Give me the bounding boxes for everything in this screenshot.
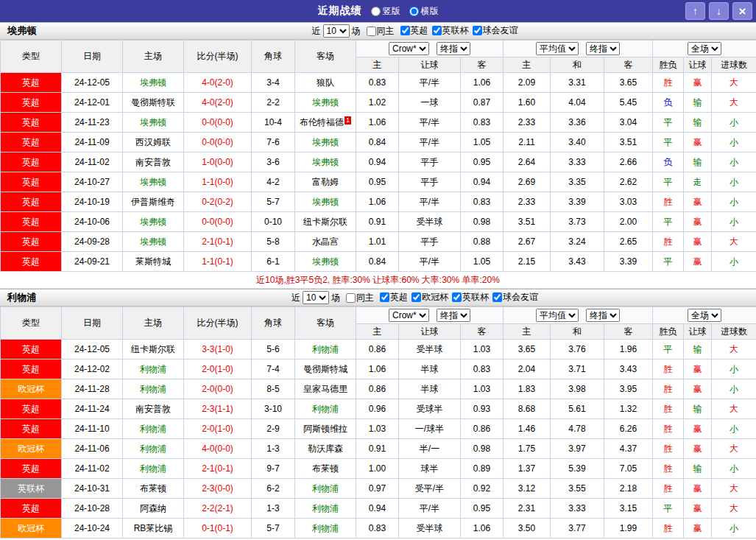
scroll-down-button[interactable]: ↓	[709, 2, 729, 20]
euro-draw-odds-cell: 3.24	[551, 232, 604, 252]
league-filter[interactable]: 欧冠杯	[408, 291, 448, 304]
euro-source-select[interactable]: 平均值	[536, 309, 579, 322]
match-date-cell: 24-11-06	[62, 439, 123, 459]
league-type-cell: 英超	[1, 252, 62, 272]
match-row: 英超24-12-05纽卡斯尔联3-3(1-0)5-6利物浦0.86受半球1.03…	[1, 340, 756, 360]
euro-home-odds-cell: 2.64	[504, 152, 551, 172]
away-team-cell: 富勒姆	[295, 172, 356, 192]
league-checkbox[interactable]	[411, 292, 421, 302]
col-corner: 角球	[252, 41, 295, 73]
scope-select[interactable]: 全场	[688, 309, 721, 322]
league-checkbox[interactable]	[380, 292, 389, 302]
corner-cell: 3-10	[252, 399, 295, 419]
euro-away-odds-cell: 1.99	[604, 519, 653, 539]
col-date: 日期	[62, 307, 123, 340]
handicap-result-cell: 输	[684, 459, 712, 479]
league-filter[interactable]: 球会友谊	[489, 291, 538, 304]
league-checkbox[interactable]	[400, 26, 410, 35]
away-team-cell: 利物浦	[295, 499, 356, 519]
euro-away-odds-cell: 2.18	[604, 479, 653, 499]
league-filter[interactable]: 英超	[397, 24, 428, 37]
league-filter[interactable]: 英联杯	[428, 24, 469, 37]
match-date-cell: 24-12-05	[62, 340, 123, 360]
away-team-name: 狼队	[317, 77, 334, 88]
asia-period-select[interactable]: 终指	[437, 309, 470, 322]
layout-horizontal-radio[interactable]	[409, 7, 419, 16]
euro-source-select[interactable]: 平均值	[536, 42, 579, 55]
match-date-cell: 24-11-10	[62, 419, 123, 439]
scope-select[interactable]: 全场	[688, 42, 721, 55]
asia-period-select[interactable]: 终指	[437, 42, 470, 55]
away-team-cell: 埃弗顿	[295, 93, 356, 113]
same-home-checkbox[interactable]	[367, 27, 376, 36]
league-filter[interactable]: 英联杯	[448, 291, 489, 304]
euro-draw-odds-cell: 3.55	[551, 479, 604, 499]
league-checkbox[interactable]	[452, 292, 462, 302]
league-checkbox[interactable]	[432, 26, 442, 35]
league-filter[interactable]: 英超	[376, 291, 408, 304]
scroll-up-button[interactable]: ↑	[685, 2, 705, 20]
league-type-cell: 英超	[1, 232, 62, 252]
match-row: 英超24-10-28阿森纳2-2(2-1)1-3利物浦0.94平/半0.952.…	[1, 499, 756, 519]
same-home-filter[interactable]: 同主	[363, 25, 395, 38]
goals-result-cell: 大	[712, 73, 756, 93]
league-checkbox[interactable]	[473, 26, 482, 35]
match-row: 英超24-11-02利物浦2-1(0-1)9-7布莱顿1.00球半0.891.3…	[1, 459, 756, 479]
col-handicap-result: 让球	[684, 57, 712, 73]
layout-vertical-option[interactable]: 竖版	[371, 5, 400, 18]
euro-away-odds-cell: 3.65	[604, 73, 653, 93]
league-checkbox[interactable]	[492, 292, 502, 302]
euro-away-odds-cell: 3.03	[604, 192, 653, 212]
away-team-name: 布莱顿	[312, 463, 339, 474]
euro-draw-odds-cell: 3.43	[551, 252, 604, 272]
euro-draw-odds-cell: 3.76	[551, 340, 604, 360]
home-team-cell: 南安普敦	[123, 399, 184, 419]
result-cell: 平	[653, 340, 684, 360]
handicap-result-cell: 输	[684, 93, 712, 113]
bookmaker-select[interactable]: Crow*	[389, 309, 429, 322]
league-filter[interactable]: 球会友谊	[469, 24, 518, 37]
league-type-cell: 英超	[1, 93, 62, 113]
goals-result-cell: 小	[712, 379, 756, 399]
euro-draw-odds-cell: 3.35	[551, 172, 604, 192]
match-row: 英超24-11-10利物浦2-0(1-0)2-9阿斯顿维拉1.03一/球半0.8…	[1, 419, 756, 439]
league-filters: 英超英联杯球会友谊	[397, 24, 518, 38]
handicap-result-cell: 赢	[684, 479, 712, 499]
games-label: 场	[352, 25, 361, 38]
asia-home-odds-cell: 1.03	[356, 419, 399, 439]
euro-draw-odds-cell: 3.73	[551, 212, 604, 232]
result-cell: 负	[653, 93, 684, 113]
score-cell: 1-1(0-1)	[184, 252, 252, 272]
away-team-name: 利物浦	[312, 483, 339, 494]
col-result: 胜负	[653, 57, 684, 73]
close-button[interactable]: ×	[732, 2, 752, 20]
same-home-filter[interactable]: 同主	[342, 292, 374, 304]
away-team-name: 勒沃库森	[308, 443, 343, 454]
score-cell: 4-0(2-0)	[184, 93, 252, 113]
match-row: 英超24-10-27埃弗顿1-1(0-0)4-2富勒姆0.95平手0.942.6…	[1, 172, 756, 192]
euro-period-select[interactable]: 终指	[586, 42, 620, 55]
match-date-cell: 24-10-28	[62, 499, 123, 519]
home-team-cell: 阿森纳	[123, 499, 184, 519]
col-euro-away: 客	[604, 324, 653, 340]
euro-home-odds-cell: 2.33	[504, 192, 551, 212]
handicap-result-cell: 赢	[684, 212, 712, 232]
match-date-cell: 24-10-24	[62, 519, 123, 539]
layout-vertical-radio[interactable]	[371, 7, 381, 16]
euro-home-odds-cell: 1.60	[504, 93, 551, 113]
match-count-select[interactable]: 10	[303, 291, 329, 304]
goals-result-cell: 小	[712, 360, 756, 379]
scope-controls: 全场	[653, 41, 756, 57]
match-date-cell: 24-11-24	[62, 399, 123, 419]
euro-period-select[interactable]: 终指	[586, 309, 620, 322]
result-cell: 胜	[653, 73, 684, 93]
layout-horizontal-option[interactable]: 横版	[409, 5, 439, 18]
bookmaker-select[interactable]: Crow*	[389, 42, 429, 55]
layout-vertical-label: 竖版	[383, 5, 400, 18]
asia-away-odds-cell: 0.86	[461, 419, 504, 439]
away-team-cell: 埃弗顿	[295, 252, 356, 272]
same-home-checkbox[interactable]	[346, 293, 356, 303]
match-count-select[interactable]: 10	[323, 24, 350, 38]
handicap-line-cell: 受平/半	[399, 479, 461, 499]
goals-result-cell: 小	[712, 459, 756, 479]
